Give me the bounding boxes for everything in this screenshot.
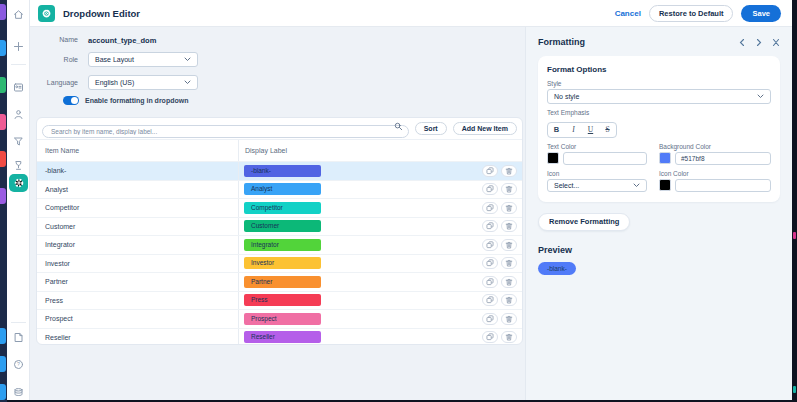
delete-item-button[interactable] [501,239,517,251]
item-name: Analyst [37,181,239,199]
italic-button[interactable]: I [565,123,582,137]
table-row[interactable]: Analyst Analyst [37,180,522,199]
remove-formatting-button[interactable]: Remove Formatting [538,213,630,231]
display-label-pill: Integrator [244,239,321,251]
close-icon[interactable] [772,38,780,47]
delete-item-button[interactable] [501,257,517,269]
delete-item-button[interactable] [501,313,517,325]
row-actions [482,276,517,288]
copy-item-button[interactable] [482,313,498,325]
display-label-cell: Customer [239,218,522,236]
language-select[interactable]: English (US) [88,75,198,90]
copy-item-button[interactable] [482,183,498,195]
display-label-cell: Prospect [239,310,522,328]
search-input[interactable] [42,125,409,138]
save-button[interactable]: Save [741,5,781,22]
help-icon[interactable]: ? [7,357,30,371]
formatting-title: Formatting [538,37,585,47]
next-icon[interactable] [755,38,763,47]
name-value: account_type_dom [88,36,156,45]
trophy-icon[interactable] [7,158,30,172]
display-label-pill: Customer [244,220,321,232]
table-row[interactable]: Press Press [37,291,522,310]
module-chip[interactable] [0,188,6,204]
table-row[interactable]: Partner Partner [37,272,522,291]
plus-icon[interactable] [7,39,30,53]
text-color-swatch[interactable] [547,152,559,164]
svg-text:?: ? [17,361,20,367]
display-label-pill: Competitor [244,202,321,214]
delete-item-button[interactable] [501,165,517,177]
module-chip[interactable] [0,4,6,20]
module-chip[interactable] [0,151,6,167]
module-chip[interactable] [0,328,6,344]
add-new-item-button[interactable]: Add New Item [453,122,517,135]
role-select[interactable]: Base Layout [88,52,198,67]
language-label: Language [32,79,78,86]
row-actions [482,220,517,232]
icon-select[interactable]: Select... [547,179,647,192]
display-label-pill: Reseller [244,331,321,343]
prev-icon[interactable] [738,38,746,47]
style-select[interactable]: No style [547,89,771,104]
sort-button[interactable]: Sort [415,122,447,135]
display-label-cell: Press [239,292,522,310]
trash-icon [505,204,513,212]
copy-item-button[interactable] [482,220,498,232]
module-chip[interactable] [0,114,6,130]
copy-icon [486,167,494,175]
module-chip[interactable] [0,384,6,400]
copy-item-button[interactable] [482,165,498,177]
preview-title: Preview [538,245,780,255]
user-icon[interactable] [7,107,30,121]
table-row[interactable]: Prospect Prospect [37,309,522,328]
text-color-label: Text Color [547,143,647,150]
table-row[interactable]: Investor Investor [37,254,522,273]
table-row[interactable]: Reseller Reseller [37,328,522,346]
background-color-swatch[interactable] [659,152,671,164]
filter-icon[interactable] [7,134,30,148]
copy-item-button[interactable] [482,276,498,288]
icon-color-input[interactable] [675,179,771,192]
restore-default-button[interactable]: Restore to Default [649,5,734,22]
table-row[interactable]: Integrator Integrator [37,235,522,254]
home-icon[interactable] [7,7,30,21]
icon-color-swatch[interactable] [659,179,671,191]
gear-icon-active[interactable] [9,174,28,192]
copy-item-button[interactable] [482,202,498,214]
delete-item-button[interactable] [501,294,517,306]
module-chip[interactable] [0,77,6,93]
cancel-button[interactable]: Cancel [615,9,641,18]
trash-icon [505,296,513,304]
copy-item-button[interactable] [482,294,498,306]
strikethrough-button[interactable]: S [599,123,616,137]
table-row[interactable]: -blank- -blank- [37,161,522,180]
copy-icon [486,241,494,249]
delete-item-button[interactable] [501,276,517,288]
enable-formatting-toggle[interactable] [63,96,79,105]
display-label-cell: Analyst [239,181,522,199]
table-row[interactable]: Competitor Competitor [37,198,522,217]
module-chip[interactable] [0,356,6,372]
column-display-label: Display Label [239,147,522,154]
bold-button[interactable]: B [548,123,565,137]
copy-item-button[interactable] [482,239,498,251]
delete-item-button[interactable] [501,202,517,214]
delete-item-button[interactable] [501,220,517,232]
stack-icon[interactable] [7,385,30,399]
item-name: Integrator [37,236,239,254]
delete-item-button[interactable] [501,331,517,343]
document-icon[interactable] [7,330,30,344]
copy-item-button[interactable] [482,331,498,343]
text-color-input[interactable] [563,152,647,165]
underline-button[interactable]: U [582,123,599,137]
table-row[interactable]: Customer Customer [37,217,522,236]
copy-item-button[interactable] [482,257,498,269]
card-icon[interactable] [7,80,30,94]
background-color-input[interactable]: #517bf8 [675,152,771,165]
delete-item-button[interactable] [501,183,517,195]
list-toolbar: Sort Add New Item [37,118,522,140]
icon-color-label: Icon Color [659,170,771,177]
table-header: Item Name Display Label [37,140,522,161]
module-chip[interactable] [0,40,6,56]
